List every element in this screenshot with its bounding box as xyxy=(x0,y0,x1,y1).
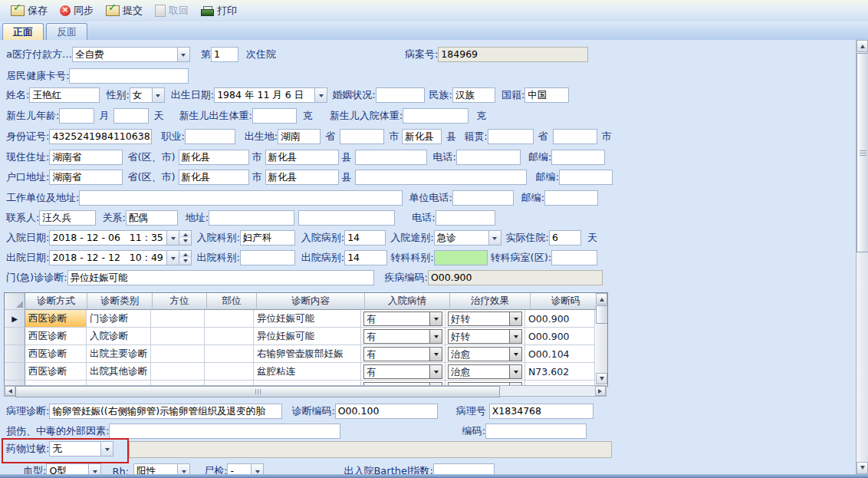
cell-part[interactable] xyxy=(205,363,254,381)
discharge-datetime-picker[interactable]: 2018 - 12 - 12 10 : 49 xyxy=(49,250,192,265)
chevron-down-icon[interactable] xyxy=(509,312,521,325)
col-part[interactable]: 部位 xyxy=(207,293,257,310)
chevron-down-icon[interactable] xyxy=(152,88,164,102)
outpatient-diagnosis-input[interactable]: 异位妊娠可能 xyxy=(67,270,374,285)
condition-select[interactable]: 有 xyxy=(363,364,442,379)
native-province-input[interactable] xyxy=(488,129,534,144)
cell-method[interactable]: 西医诊断 xyxy=(25,363,87,381)
admission-ward-input[interactable]: 14 xyxy=(344,230,386,246)
birthplace-county-input[interactable]: 新化县 xyxy=(402,129,442,144)
chevron-down-icon[interactable] xyxy=(251,464,263,474)
effect-select[interactable]: 治愈 xyxy=(448,364,522,379)
chevron-down-icon[interactable] xyxy=(429,312,442,325)
work-phone-input[interactable] xyxy=(452,190,514,206)
transfer-ward-input[interactable] xyxy=(551,250,597,265)
col-category[interactable]: 诊断类别 xyxy=(87,293,153,310)
col-method[interactable]: 诊断方式 xyxy=(25,293,87,310)
scrollbar-thumb[interactable] xyxy=(856,53,868,252)
cell-content[interactable]: 右输卵管壶腹部妊娠 xyxy=(254,345,361,363)
submit-button[interactable]: 提交 xyxy=(100,2,149,19)
tab-back[interactable]: 反面 xyxy=(46,23,87,40)
spinner-up-icon[interactable] xyxy=(179,251,191,258)
occupation-input[interactable] xyxy=(185,129,235,144)
native-city-input[interactable] xyxy=(553,129,597,144)
row-selector-cell[interactable] xyxy=(5,345,25,363)
registered-city-input[interactable]: 新化县 xyxy=(179,170,249,185)
diagnosis-code-input[interactable]: O00.100 xyxy=(335,404,438,419)
cell-method[interactable]: 西医诊断 xyxy=(25,310,87,328)
effect-select[interactable]: 好转 xyxy=(448,329,522,344)
registered-detail-input[interactable] xyxy=(355,170,527,185)
cell-category[interactable]: 出院主要诊断 xyxy=(87,345,151,363)
current-province-input[interactable]: 湖南省 xyxy=(49,150,123,165)
cell-code[interactable]: N73.602 xyxy=(525,363,595,381)
scroll-down-button[interactable] xyxy=(856,462,868,474)
health-card-input[interactable] xyxy=(69,68,189,84)
chevron-down-icon[interactable] xyxy=(509,348,521,361)
col-code[interactable]: 诊断码 xyxy=(531,293,601,310)
cell-code[interactable]: O00.900 xyxy=(525,310,595,328)
scroll-up-button[interactable] xyxy=(596,293,607,305)
actual-stay-input[interactable]: 6 xyxy=(549,230,581,246)
discharge-ward-input[interactable]: 14 xyxy=(344,250,387,265)
condition-select[interactable]: 有 xyxy=(363,312,442,326)
cell-content[interactable]: 盆腔粘连 xyxy=(254,363,361,381)
admission-dept-input[interactable]: 妇产科 xyxy=(240,230,295,246)
cell-part[interactable] xyxy=(205,345,254,363)
workplace-input[interactable] xyxy=(79,190,403,206)
registered-county-input[interactable]: 新化县 xyxy=(265,170,339,185)
cell-code[interactable]: O00.900 xyxy=(525,328,595,345)
col-direction[interactable]: 方位 xyxy=(153,293,207,310)
birthplace-province-input[interactable]: 湖南 xyxy=(278,129,321,144)
chevron-down-icon[interactable] xyxy=(177,464,189,474)
chevron-down-icon[interactable] xyxy=(166,251,179,265)
save-button[interactable]: 保存 xyxy=(5,2,54,19)
effect-select[interactable]: 好转 xyxy=(448,312,522,326)
admission-datetime-picker[interactable]: 2018 - 12 - 06 11 : 35 xyxy=(49,230,192,246)
print-button[interactable]: 打印 xyxy=(195,2,243,19)
transfer-dept-input[interactable] xyxy=(434,250,488,265)
vertical-scrollbar[interactable] xyxy=(856,40,868,474)
spinner-up-icon[interactable] xyxy=(179,231,191,238)
cell-method[interactable]: 西医诊断 xyxy=(25,345,87,363)
cell-code[interactable]: O00.104 xyxy=(525,345,595,363)
discharge-dept-input[interactable] xyxy=(240,250,295,265)
col-content[interactable]: 诊断内容 xyxy=(257,293,365,310)
admit-weight-input[interactable] xyxy=(403,108,469,124)
birthplace-city-input[interactable] xyxy=(340,129,384,144)
chevron-down-icon[interactable] xyxy=(429,330,442,343)
cell-direction[interactable] xyxy=(151,328,205,345)
birthdate-select[interactable]: 1984 年 11 月 6 日 xyxy=(214,87,327,103)
rh-select[interactable]: 阳性 xyxy=(133,463,190,474)
relation-input[interactable]: 配偶 xyxy=(126,210,178,226)
tab-front[interactable]: 正面 xyxy=(2,23,44,40)
cell-category[interactable]: 门诊诊断 xyxy=(87,310,151,328)
chevron-down-icon[interactable] xyxy=(509,330,521,343)
table-row[interactable]: 西医诊断 出院主要诊断 右输卵管壶腹部妊娠 有 治愈 O00.104 xyxy=(5,345,607,363)
cell-direction[interactable] xyxy=(151,363,205,381)
current-zip-input[interactable] xyxy=(551,150,605,165)
col-effect[interactable]: 治疗效果 xyxy=(450,293,531,310)
cell-category[interactable]: 出院其他诊断 xyxy=(87,363,151,381)
scroll-down-button[interactable] xyxy=(596,373,607,384)
current-county-input[interactable]: 新化县 xyxy=(265,150,339,165)
blood-type-select[interactable]: O型 xyxy=(46,463,101,474)
condition-select[interactable]: 有 xyxy=(363,329,442,344)
admission-route-select[interactable]: 急诊 xyxy=(434,230,501,246)
cell-direction[interactable] xyxy=(151,345,205,363)
pathology-number-input[interactable]: X1834768 xyxy=(489,404,593,419)
cell-content[interactable]: 异位妊娠可能 xyxy=(254,328,361,345)
id-card-input[interactable]: 432524198411063820 xyxy=(49,129,152,144)
table-row[interactable]: 西医诊断 出院其他诊断 盆腔粘连 有 治愈 N73.602 xyxy=(5,363,607,381)
scrollbar-thumb[interactable] xyxy=(15,386,500,397)
chevron-down-icon[interactable] xyxy=(509,365,521,378)
current-city-input[interactable]: 新化县 xyxy=(179,150,249,165)
col-condition[interactable]: 入院病情 xyxy=(365,293,450,310)
effect-select[interactable]: 治愈 xyxy=(448,347,522,361)
chevron-down-icon[interactable] xyxy=(88,464,100,474)
datetime-spinner[interactable] xyxy=(179,251,191,265)
chevron-down-icon[interactable] xyxy=(177,48,189,61)
barthel-input[interactable] xyxy=(433,463,495,474)
birth-weight-input[interactable] xyxy=(252,108,297,124)
spinner-down-icon[interactable] xyxy=(179,238,191,245)
